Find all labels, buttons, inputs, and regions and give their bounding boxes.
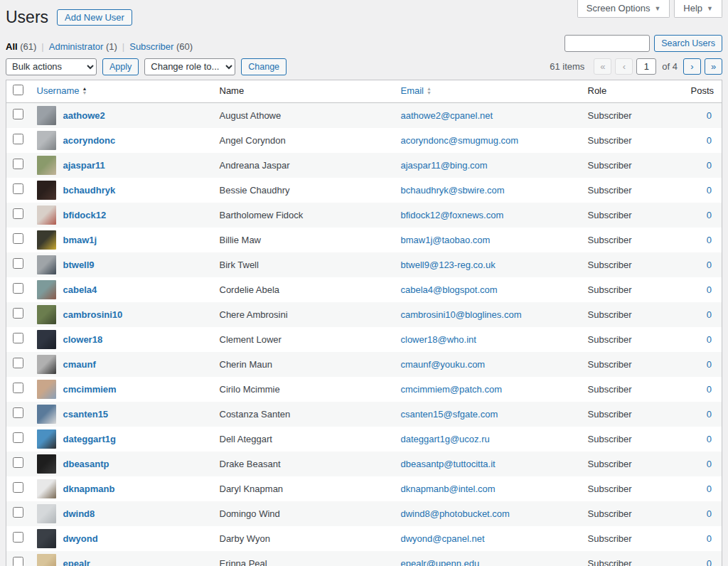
row-checkbox[interactable] — [13, 457, 23, 468]
username-link[interactable]: bchaudhryk — [63, 185, 116, 196]
row-checkbox[interactable] — [13, 159, 23, 169]
username-link[interactable]: dbeasantp — [63, 459, 109, 469]
user-email-link[interactable]: dbeasantp@tuttocitta.it — [401, 459, 496, 469]
user-posts-count[interactable]: 0 — [707, 185, 712, 196]
screen-options-button[interactable]: Screen Options ▼ — [577, 0, 670, 18]
username-link[interactable]: epealr — [63, 558, 90, 566]
user-posts-count[interactable]: 0 — [707, 434, 712, 444]
bulk-actions-select[interactable]: Bulk actions — [6, 58, 97, 75]
row-checkbox[interactable] — [13, 557, 23, 566]
next-page-button[interactable]: › — [683, 58, 701, 75]
filter-link-subscriber[interactable]: Subscriber (60) — [129, 41, 193, 52]
apply-button[interactable]: Apply — [102, 58, 139, 75]
row-checkbox[interactable] — [13, 283, 23, 294]
change-button[interactable]: Change — [241, 58, 287, 75]
user-email-link[interactable]: epealr@upenn.edu — [401, 558, 480, 566]
username-link[interactable]: cmcimmiem — [63, 384, 117, 395]
user-posts-count[interactable]: 0 — [707, 533, 712, 544]
add-new-user-button[interactable]: Add New User — [57, 9, 132, 26]
user-email-link[interactable]: dknapmanb@intel.com — [401, 484, 496, 494]
user-email-link[interactable]: csanten15@sfgate.com — [401, 409, 498, 420]
search-input[interactable] — [564, 35, 650, 52]
username-link[interactable]: cabela4 — [63, 284, 97, 295]
row-checkbox[interactable] — [13, 507, 23, 518]
user-email-link[interactable]: bfidock12@foxnews.com — [401, 210, 504, 220]
filter-link-administrator[interactable]: Administrator (1) — [49, 41, 117, 52]
username-link[interactable]: bfidock12 — [63, 210, 107, 220]
user-posts-count[interactable]: 0 — [707, 160, 712, 171]
username-link[interactable]: btwell9 — [63, 260, 95, 270]
username-link[interactable]: dateggart1g — [63, 434, 116, 444]
username-link[interactable]: ajaspar11 — [63, 160, 105, 171]
username-link[interactable]: dknapmanb — [63, 484, 115, 494]
user-posts-count[interactable]: 0 — [707, 210, 712, 220]
user-name-text: Cordelie Abela — [220, 284, 280, 295]
row-checkbox[interactable] — [13, 407, 23, 418]
row-checkbox[interactable] — [13, 134, 23, 144]
user-posts-count[interactable]: 0 — [707, 260, 712, 270]
user-posts-count[interactable]: 0 — [707, 110, 712, 121]
select-all-checkbox[interactable] — [13, 85, 23, 95]
user-email-link[interactable]: acoryndonc@smugmug.com — [401, 135, 519, 146]
user-posts-count[interactable]: 0 — [707, 508, 712, 519]
user-posts-count[interactable]: 0 — [707, 309, 712, 320]
row-checkbox[interactable] — [13, 308, 23, 319]
row-checkbox[interactable] — [13, 109, 23, 119]
filter-count: (1) — [103, 41, 117, 52]
user-posts-count[interactable]: 0 — [707, 334, 712, 345]
user-email-link[interactable]: cambrosini10@bloglines.com — [401, 309, 522, 320]
current-page-input[interactable] — [636, 58, 656, 75]
filter-label[interactable]: All — [6, 41, 18, 52]
column-email[interactable]: Email▲▼ — [394, 80, 581, 102]
user-posts-count[interactable]: 0 — [707, 484, 712, 494]
user-posts-count[interactable]: 0 — [707, 459, 712, 469]
username-link[interactable]: dwind8 — [63, 508, 95, 519]
user-posts-count[interactable]: 0 — [707, 409, 712, 420]
user-posts-count[interactable]: 0 — [707, 235, 712, 245]
row-checkbox[interactable] — [13, 482, 23, 493]
row-checkbox[interactable] — [13, 383, 23, 393]
user-email-link[interactable]: btwell9@123-reg.co.uk — [401, 260, 496, 270]
user-posts-count[interactable]: 0 — [707, 359, 712, 370]
column-username[interactable]: Username▲▼ — [30, 80, 213, 102]
filter-label[interactable]: Subscriber — [129, 41, 173, 52]
user-email-link[interactable]: dwind8@photobucket.com — [401, 508, 510, 519]
user-posts-count[interactable]: 0 — [707, 558, 712, 566]
user-email-link[interactable]: cmcimmiem@patch.com — [401, 384, 503, 395]
user-posts-count[interactable]: 0 — [707, 135, 712, 146]
username-link[interactable]: dwyond — [63, 533, 98, 544]
user-posts-count[interactable]: 0 — [707, 284, 712, 295]
username-link[interactable]: cambrosini10 — [63, 309, 123, 320]
row-checkbox[interactable] — [13, 258, 23, 269]
user-email-link[interactable]: aathowe2@cpanel.net — [401, 110, 493, 121]
user-email-link[interactable]: cabela4@blogspot.com — [401, 284, 498, 295]
user-email-link[interactable]: dateggart1g@ucoz.ru — [401, 434, 490, 444]
row-checkbox[interactable] — [13, 183, 23, 194]
help-button[interactable]: Help ▼ — [674, 0, 722, 18]
filter-link-all[interactable]: All (61) — [6, 41, 36, 52]
row-checkbox[interactable] — [13, 333, 23, 343]
username-link[interactable]: aathowe2 — [63, 110, 105, 121]
user-avatar — [37, 429, 56, 449]
search-users-button[interactable]: Search Users — [654, 35, 722, 52]
username-link[interactable]: cmaunf — [63, 359, 96, 370]
user-email-link[interactable]: bchaudhryk@sbwire.com — [401, 185, 505, 196]
username-link[interactable]: acoryndonc — [63, 135, 116, 146]
username-link[interactable]: clower18 — [63, 334, 103, 345]
user-email-link[interactable]: cmaunf@youku.com — [401, 359, 486, 370]
row-checkbox[interactable] — [13, 532, 23, 543]
username-link[interactable]: csanten15 — [63, 409, 109, 420]
row-checkbox[interactable] — [13, 358, 23, 368]
filter-label[interactable]: Administrator — [49, 41, 104, 52]
last-page-button[interactable]: » — [705, 58, 722, 75]
user-email-link[interactable]: ajaspar11@bing.com — [401, 160, 488, 171]
row-checkbox[interactable] — [13, 208, 23, 219]
change-role-select[interactable]: Change role to... — [144, 58, 235, 75]
user-email-link[interactable]: bmaw1j@taobao.com — [401, 235, 491, 245]
row-checkbox[interactable] — [13, 233, 23, 244]
user-posts-count[interactable]: 0 — [707, 384, 712, 395]
user-email-link[interactable]: dwyond@cpanel.net — [401, 533, 485, 544]
username-link[interactable]: bmaw1j — [63, 235, 97, 245]
user-email-link[interactable]: clower18@who.int — [401, 334, 476, 345]
row-checkbox[interactable] — [13, 432, 23, 443]
